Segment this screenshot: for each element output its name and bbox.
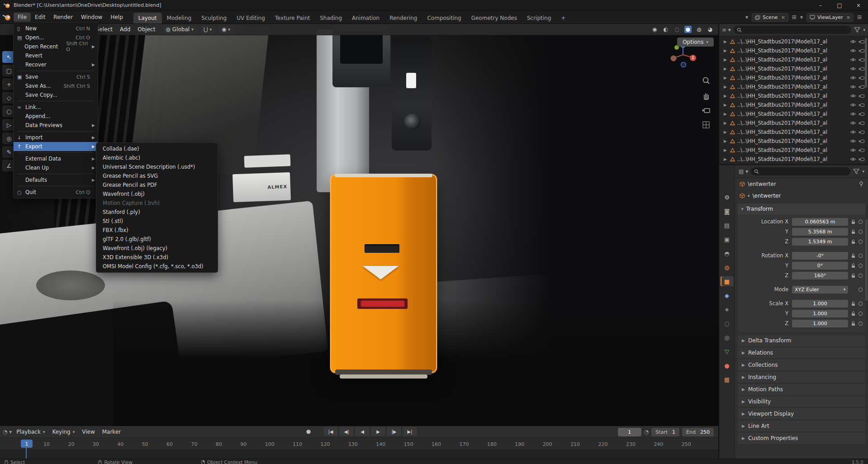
viewlayer-browse-icon[interactable]: ▾	[800, 14, 803, 20]
tab-tool[interactable]: ⚙	[721, 192, 733, 202]
close-button[interactable]: ×	[849, 0, 868, 10]
remove-viewlayer-icon[interactable]: ×	[846, 14, 850, 20]
lock-icon[interactable]	[850, 311, 857, 316]
transform-value-field[interactable]: 1.000 ▾	[792, 320, 848, 327]
playhead-line[interactable]	[26, 448, 27, 459]
outliner-row[interactable]: ▶ ..\..\HH_Stadtbus2017\Model\17_al	[719, 109, 868, 118]
expand-chevron-icon[interactable]: ▶	[724, 57, 728, 62]
next-keyframe-button[interactable]: |▶	[387, 427, 401, 436]
disable-render-camera-icon[interactable]	[859, 103, 864, 107]
animate-property-dot[interactable]	[859, 288, 863, 292]
filter-funnel-icon[interactable]	[854, 27, 860, 33]
minimize-button[interactable]: –	[811, 0, 830, 10]
expand-chevron-icon[interactable]: ▶	[724, 39, 728, 44]
jump-start-button[interactable]: |◀	[323, 427, 338, 436]
file-menu-item[interactable]: ↓ Import ▶	[14, 133, 98, 142]
transform-value-field[interactable]: 0° ▾	[792, 262, 848, 270]
collapsed-panel[interactable]: ▶ Visibility	[738, 396, 865, 407]
options-button[interactable]: Options ▾	[677, 38, 714, 47]
file-menu-item[interactable]: Defaults ▶	[14, 175, 98, 185]
lock-icon[interactable]	[850, 239, 857, 244]
hide-eye-icon[interactable]	[850, 76, 856, 80]
auto-key-button[interactable]: ●	[301, 427, 316, 436]
export-menu-item[interactable]: Motion Capture (.bvh)	[96, 199, 218, 208]
tab-view-layer[interactable]: ▣	[721, 234, 733, 244]
timeline-ruler[interactable]: 1020304050607080901001101201301401501601…	[0, 438, 718, 450]
file-menu-item[interactable]: ↑ Export ▶	[14, 142, 98, 151]
maximize-button[interactable]: □	[830, 0, 849, 10]
grid-ortho-icon[interactable]	[702, 121, 710, 129]
disable-render-camera-icon[interactable]	[859, 157, 864, 161]
file-menu-item[interactable]: ▣ Save Ctrl S ▶	[14, 72, 98, 81]
file-menu-item[interactable]: Recover ▶	[14, 60, 98, 69]
xray-toggle-icon[interactable]: ◐	[662, 26, 669, 33]
file-menu-item[interactable]: Save As... Shift Ctrl S ▶	[14, 81, 98, 90]
hide-eye-icon[interactable]	[850, 130, 856, 134]
collapsed-panel[interactable]: ▶ Instancing	[738, 372, 865, 383]
expand-chevron-icon[interactable]: ▶	[724, 139, 728, 143]
tab-output[interactable]: ▤	[721, 220, 733, 230]
outliner-row[interactable]: ▶ ..\..\HH_Stadtbus2017\Model\17_al	[719, 73, 868, 82]
frame-end-field[interactable]: End 250	[682, 428, 714, 436]
export-menu-item[interactable]: Alembic (.abc)	[96, 153, 218, 162]
lock-icon[interactable]	[850, 321, 857, 326]
animate-property-dot[interactable]	[859, 254, 863, 258]
outliner-scrollbar[interactable]	[865, 38, 867, 88]
hide-eye-icon[interactable]	[850, 66, 856, 71]
file-menu-item[interactable]: Data Previews ▶	[14, 121, 98, 130]
hide-eye-icon[interactable]	[850, 112, 856, 116]
tab-data[interactable]: ▽	[721, 346, 733, 356]
collapsed-panel[interactable]: ▶ Collections	[738, 360, 865, 370]
properties-search-input[interactable]	[751, 167, 850, 175]
hide-eye-icon[interactable]	[850, 121, 856, 125]
disable-render-camera-icon[interactable]	[859, 85, 864, 89]
disable-render-camera-icon[interactable]	[859, 112, 864, 116]
outliner-row[interactable]: ▶ ..\..\HH_Stadtbus2017\Model\17_al	[719, 37, 868, 46]
disable-render-camera-icon[interactable]	[859, 121, 864, 125]
disable-render-camera-icon[interactable]	[859, 40, 864, 44]
file-menu-item[interactable]: Revert ▶	[14, 51, 98, 60]
transform-value-field[interactable]: 5.3568 m ▾	[792, 228, 848, 236]
timeline-menu[interactable]: Keying▾	[48, 428, 78, 436]
timeline-menu[interactable]: View▾	[78, 428, 98, 436]
tab-world[interactable]: ◍	[721, 262, 733, 272]
file-menu-item[interactable]: External Data ▶	[14, 154, 98, 163]
expand-chevron-icon[interactable]: ▶	[724, 112, 728, 116]
hide-eye-icon[interactable]	[850, 94, 856, 98]
menubar-menu[interactable]: Edit	[31, 13, 49, 22]
tab-object[interactable]: ■	[721, 276, 733, 286]
hide-eye-icon[interactable]	[850, 148, 856, 152]
workspace-tab[interactable]: Layout	[133, 13, 162, 24]
expand-chevron-icon[interactable]: ▶	[724, 121, 728, 125]
viewlayer-selector[interactable]: ViewLayer ×	[806, 13, 854, 22]
export-menu-item[interactable]: Collada (.dae)	[96, 144, 218, 153]
workspace-tab[interactable]: Geometry Nodes	[466, 13, 522, 24]
file-menu-item[interactable]: Save Copy... ▶	[14, 90, 98, 99]
workspace-tab[interactable]: UV Editing	[232, 13, 270, 24]
collapsed-panel[interactable]: ▶ Custom Properties	[738, 433, 865, 444]
shading-solid-icon[interactable]: ●	[684, 26, 692, 33]
outliner-row[interactable]: ▶ ..\..\HH_Stadtbus2017\Model\17_al	[719, 64, 868, 73]
workspace-tab[interactable]: Sculpting	[196, 13, 232, 24]
animate-property-dot[interactable]	[859, 322, 863, 326]
disable-render-camera-icon[interactable]	[859, 94, 864, 98]
file-menu-item[interactable]: ∞ Link... ▶	[14, 103, 98, 112]
animate-property-dot[interactable]	[859, 264, 863, 268]
collapsed-panel[interactable]: ▶ Relations	[738, 347, 865, 358]
export-menu-item[interactable]: X3D Extensible 3D (.x3d)	[96, 253, 218, 262]
entwerter-machine-selected[interactable]	[330, 174, 437, 373]
prev-keyframe-button[interactable]: ◀|	[339, 427, 354, 436]
export-menu-item[interactable]: Stl (.stl)	[96, 217, 218, 226]
file-menu-item[interactable]: Append... ▶	[14, 112, 98, 121]
expand-chevron-icon[interactable]: ▶	[724, 157, 728, 161]
file-menu-item[interactable]: Open Recent Shift Ctrl O ▶	[14, 42, 98, 51]
pin-icon[interactable]	[859, 181, 863, 187]
file-menu-item[interactable]: Clean Up ▶	[14, 163, 98, 172]
outliner-row[interactable]: ▶ ..\..\HH_Stadtbus2017\Model\17_al	[719, 82, 868, 91]
hide-eye-icon[interactable]	[850, 85, 856, 89]
camera-view-icon[interactable]	[702, 107, 710, 114]
animate-property-dot[interactable]	[859, 240, 863, 244]
timeline-track-area[interactable]	[0, 450, 718, 459]
workspace-tab[interactable]: Scripting	[522, 13, 556, 24]
play-reverse-button[interactable]: ◀	[355, 427, 370, 436]
